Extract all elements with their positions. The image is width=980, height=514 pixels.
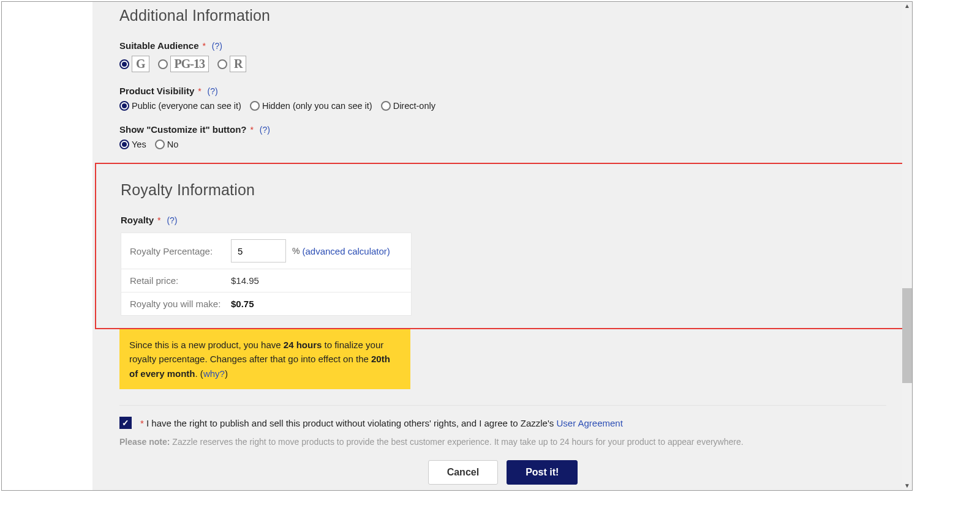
- royalty-make-row: Royalty you will make: $0.75: [121, 292, 411, 315]
- scrollbar-track[interactable]: ▲ ▼: [902, 2, 912, 490]
- visibility-help[interactable]: (?): [207, 86, 217, 96]
- agreement-checkbox[interactable]: ✓: [119, 417, 132, 429]
- please-note-text: Zazzle reserves the right to move produc…: [170, 437, 743, 447]
- visibility-public-label: Public (everyone can see it): [132, 101, 241, 111]
- visibility-radio-hidden[interactable]: Hidden (only you can see it): [250, 101, 372, 111]
- radio-icon: [119, 140, 129, 149]
- form-panel: Additional Information Suitable Audience…: [92, 2, 913, 491]
- customize-group: Show "Customize it" button? * (?) Yes No: [119, 124, 886, 149]
- royalty-percentage-row: Royalty Percentage: % (advanced calculat…: [121, 233, 411, 269]
- radio-icon: [250, 101, 260, 111]
- suitable-audience-label: Suitable Audience: [119, 40, 198, 51]
- radio-icon: [119, 101, 129, 111]
- visibility-radio-direct[interactable]: Direct-only: [381, 101, 435, 111]
- customize-label: Show "Customize it" button?: [119, 124, 247, 135]
- suitable-audience-group: Suitable Audience * (?) G PG-13: [119, 40, 886, 72]
- scroll-up-arrow[interactable]: ▲: [904, 3, 910, 9]
- advanced-calculator-link[interactable]: (advanced calculator): [302, 246, 390, 256]
- royalty-highlight-box: Royalty Information Royalty * (?) Royalt…: [95, 163, 913, 329]
- retail-price-label: Retail price:: [130, 275, 231, 286]
- customize-yes-label: Yes: [132, 140, 146, 149]
- rating-r-badge: R: [230, 56, 246, 72]
- post-button[interactable]: Post it!: [507, 460, 578, 485]
- cancel-button[interactable]: Cancel: [428, 460, 498, 485]
- royalty-label: Royalty: [121, 215, 154, 225]
- agreement-row: ✓ * I have the right to publish and sell…: [119, 417, 886, 430]
- radio-icon: [158, 59, 168, 69]
- notice-hours: 24 hours: [284, 340, 322, 350]
- royalty-percentage-label: Royalty Percentage:: [130, 246, 231, 256]
- royalty-make-value: $0.75: [231, 299, 254, 309]
- required-marker: *: [250, 125, 253, 135]
- suitable-audience-help[interactable]: (?): [212, 41, 222, 51]
- audience-radio-r[interactable]: R: [217, 56, 246, 72]
- notice-text-3: . (: [195, 368, 203, 379]
- agreement-body: I have the right to publish and sell thi…: [144, 418, 557, 428]
- royalty-make-label: Royalty you will make:: [130, 299, 231, 309]
- royalty-heading: Royalty Information: [121, 181, 888, 199]
- required-marker: *: [198, 86, 201, 96]
- radio-icon: [381, 101, 391, 111]
- button-row: Cancel Post it!: [119, 460, 886, 485]
- additional-info-heading: Additional Information: [119, 7, 886, 24]
- radio-icon: [119, 59, 129, 69]
- required-marker: *: [157, 215, 160, 225]
- royalty-percentage-input[interactable]: [231, 239, 286, 263]
- scroll-down-arrow[interactable]: ▼: [904, 483, 910, 489]
- customize-radio-yes[interactable]: Yes: [119, 140, 146, 149]
- scrollbar-thumb[interactable]: [902, 288, 912, 383]
- divider: [119, 405, 886, 406]
- visibility-group: Product Visibility * (?) Public (everyon…: [119, 86, 886, 111]
- audience-radio-g[interactable]: G: [119, 56, 149, 72]
- percent-sign: %: [292, 246, 300, 256]
- rating-g-badge: G: [132, 56, 149, 72]
- user-agreement-link[interactable]: User Agreement: [556, 418, 622, 428]
- radio-icon: [217, 59, 227, 69]
- please-note: Please note: Zazzle reserves the right t…: [119, 437, 886, 447]
- customize-help[interactable]: (?): [260, 125, 270, 135]
- check-icon: ✓: [122, 418, 129, 428]
- visibility-label: Product Visibility: [119, 86, 194, 96]
- please-note-label: Please note:: [119, 437, 170, 447]
- notice-text-4: ): [225, 368, 228, 379]
- required-marker: *: [202, 41, 205, 51]
- royalty-help[interactable]: (?): [167, 215, 177, 225]
- customize-no-label: No: [167, 140, 179, 149]
- retail-price-value: $14.95: [231, 275, 259, 286]
- visibility-radio-public[interactable]: Public (everyone can see it): [119, 101, 241, 111]
- retail-price-row: Retail price: $14.95: [121, 269, 411, 292]
- audience-radio-pg13[interactable]: PG-13: [158, 56, 209, 72]
- visibility-direct-label: Direct-only: [393, 101, 435, 111]
- customize-radio-no[interactable]: No: [155, 140, 179, 149]
- radio-icon: [155, 140, 165, 149]
- agreement-text: * I have the right to publish and sell t…: [139, 417, 623, 430]
- rating-pg13-badge: PG-13: [170, 56, 209, 72]
- why-link[interactable]: why?: [203, 368, 225, 379]
- royalty-notice: Since this is a new product, you have 24…: [119, 329, 410, 389]
- visibility-hidden-label: Hidden (only you can see it): [262, 101, 372, 111]
- app-frame: ▲ ▼ Additional Information Suitable Audi…: [1, 1, 913, 491]
- notice-text-1: Since this is a new product, you have: [129, 340, 284, 350]
- royalty-table: Royalty Percentage: % (advanced calculat…: [121, 233, 412, 316]
